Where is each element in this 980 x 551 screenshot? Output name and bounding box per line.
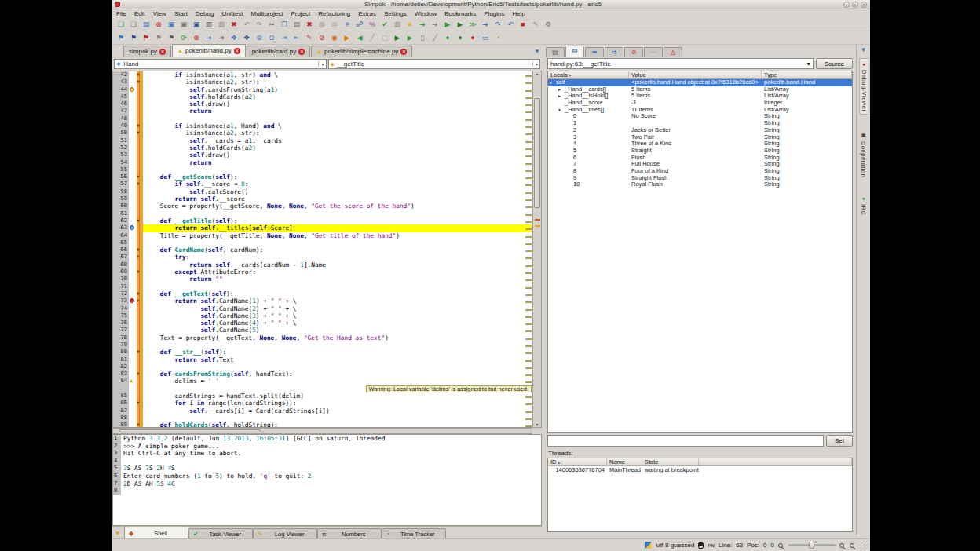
code-line[interactable]: 53 ✕✕✕▲ ▼ self.draw() — [113, 151, 532, 159]
locals-row[interactable]: 9 Straight Flush String — [548, 175, 852, 182]
code-line[interactable]: 50 ✕✕✕▲ ▼ isinstance(a2, str): — [113, 130, 532, 137]
break-enable-icon[interactable]: ◉ — [329, 32, 340, 43]
breakpoint-margin[interactable]: ✕✕✕▲ — [129, 108, 137, 115]
save-as-icon[interactable]: ▣ — [178, 19, 189, 30]
code-line[interactable]: 44 ✕✕✕▲ ▼ self.cardsFromString(a1) — [113, 86, 532, 93]
breakpoint-margin[interactable]: ✕✕✕▲ — [129, 305, 137, 312]
line-number[interactable]: 79 — [113, 341, 129, 348]
replace-icon[interactable]: ◎ — [329, 19, 340, 30]
breakpoint-margin[interactable]: ✕✕✕▲ — [129, 78, 137, 86]
scroll-up-icon[interactable]: ▲ — [533, 71, 541, 76]
line-number[interactable]: 80 — [113, 348, 129, 356]
code-line[interactable]: 52 ✕✕✕▲ ▼ self.holdCards(a2) — [113, 144, 532, 151]
fold-margin[interactable]: ▼ — [137, 71, 143, 78]
scroll-down-icon[interactable]: ▼ — [533, 422, 541, 427]
clock-icon[interactable]: ◔ — [492, 32, 503, 43]
editor-tab[interactable]: ▲ pokerlib/hand.py ✕ — [172, 44, 246, 57]
break-disable-icon[interactable]: ⊘ — [316, 32, 327, 43]
locals-row[interactable]: 1 String — [548, 120, 852, 127]
tab-time-tracker[interactable]: ◔ Time Tracker — [382, 528, 446, 538]
refresh-icon[interactable]: ⟳ — [178, 32, 189, 43]
line-number[interactable]: 48 — [113, 115, 129, 122]
threads-header-name[interactable]: Name — [607, 458, 642, 465]
menu-item[interactable]: Extras — [354, 10, 380, 17]
spell-check-icon[interactable]: ✔ — [379, 19, 390, 30]
stop-debug-icon[interactable]: ■ — [517, 19, 528, 30]
breakpoint-margin[interactable]: ✕✕✕▲ — [129, 210, 137, 217]
line-number[interactable]: 50 — [113, 130, 129, 137]
menu-item[interactable]: Multiproject — [247, 10, 287, 17]
fold-margin[interactable]: ▼ — [137, 188, 143, 195]
chevron-down-icon[interactable]: ▾ — [532, 61, 538, 67]
code-line[interactable]: 88 ✕✕✕▲ ▼ — [113, 414, 532, 421]
code-line[interactable]: 72 ✕✕✕▲ ▼ def __getText(self): — [113, 290, 532, 297]
code-line[interactable]: 42 ✕✕✕▲ ▼ if isinstance(a1, str) and \ — [113, 71, 532, 78]
fold-margin[interactable]: ▼ — [137, 246, 143, 254]
fold-margin[interactable]: ▼ — [137, 421, 143, 428]
breakpoint-margin[interactable]: ✕✕✕▲ — [129, 195, 137, 203]
breakpoint-margin[interactable]: ✕✕✕▲ — [129, 276, 137, 283]
locals-header-value[interactable]: Value — [629, 71, 762, 78]
scrollbar-thumb[interactable] — [119, 429, 261, 432]
auto-spell-icon[interactable]: ▥ — [392, 19, 403, 30]
code-line[interactable]: 47 ✕✕✕▲ ▼ return — [113, 108, 532, 115]
step-out-icon[interactable]: ↶ — [505, 19, 516, 30]
breakpoint-margin[interactable]: ✕✕✕▲ — [129, 93, 137, 100]
breakpoint-margin[interactable]: ✕✕✕▲ — [129, 203, 137, 210]
close-tab-icon[interactable]: ✕ — [298, 49, 305, 55]
line-number[interactable]: 71 — [113, 283, 129, 290]
fold-margin[interactable]: ▼ — [137, 203, 143, 210]
code-line[interactable]: 77 ✕✕✕▲ ▼ self.CardName(5) — [113, 327, 532, 334]
bookmark-toggle-icon[interactable]: ⚑ — [115, 32, 126, 43]
breakpoint-margin[interactable]: ✕✕✕▲ — [129, 261, 137, 268]
fold-margin[interactable]: ▼ — [137, 78, 143, 86]
code-line[interactable]: 70 ✕✕✕▲ ▼ return "" — [113, 276, 532, 283]
next-error-icon[interactable]: ▶ — [342, 32, 353, 43]
locals-table[interactable]: Locals▾ Value Type ▾self <pokerlib.hand.… — [547, 71, 853, 433]
globals-tab[interactable]: ▤ — [546, 47, 565, 57]
breakpoint-margin[interactable]: ✕✕✕▲ — [129, 348, 137, 356]
menu-item[interactable]: Edit — [130, 10, 149, 17]
line-number[interactable]: 55 — [113, 166, 129, 173]
fold-margin[interactable]: ▼ — [137, 407, 143, 414]
goto-ref-icon[interactable]: ➜ — [216, 32, 227, 43]
fold-margin[interactable]: ▼ — [137, 115, 143, 122]
fold-margin[interactable]: ▼ — [137, 93, 143, 100]
pretty-print-icon[interactable]: ✎ — [304, 32, 315, 43]
profile-icon[interactable]: ✎ — [530, 19, 541, 30]
fold-margin[interactable]: ▼ — [137, 319, 143, 327]
set-button[interactable]: Set — [826, 435, 853, 447]
shell-line[interactable]: 1 Python 3.3.2 (default, Jun 13 2013, 16… — [113, 435, 541, 443]
menu-item[interactable]: Start — [170, 10, 192, 17]
shell-line[interactable]: 4 — [113, 458, 541, 465]
line-number[interactable]: 42 — [113, 71, 129, 78]
line-number[interactable]: 63 — [113, 224, 129, 232]
locals-row[interactable]: _Hand__score -1 Integer — [548, 100, 852, 107]
fold-margin[interactable]: ▼ — [137, 181, 143, 188]
line-number[interactable] — [113, 385, 129, 392]
new-file-icon[interactable]: ❏ — [128, 19, 139, 30]
line-number[interactable]: 67 — [113, 254, 129, 261]
indent-icon[interactable]: ⇥ — [279, 32, 290, 43]
source-button[interactable]: Source — [816, 58, 853, 69]
line-number[interactable]: 64 — [113, 232, 129, 239]
run-prev-icon[interactable]: ➜ — [430, 19, 441, 30]
breakpoint-margin[interactable]: ✕✕✕▲ — [129, 188, 137, 195]
line-number[interactable]: 69 — [113, 268, 129, 276]
code-line[interactable]: 65 ✕✕✕▲ ▼ — [113, 239, 532, 246]
code-line[interactable]: 61 ✕✕✕▲ ▼ — [113, 210, 532, 217]
locals-row[interactable]: 2 Jacks or Better String — [548, 127, 852, 134]
line-number[interactable]: 45 — [113, 93, 129, 100]
line-number[interactable]: 86 — [113, 400, 129, 407]
tab-shell[interactable]: ◆ Shell — [124, 527, 188, 538]
line-number[interactable]: 83 — [113, 370, 129, 378]
code-line[interactable]: 75 ✕✕✕▲ ▼ self.CardName(3) + " " + \ — [113, 312, 532, 319]
line-number[interactable]: 65 — [113, 239, 129, 246]
goto-brace-icon[interactable]: ☍ — [354, 19, 365, 30]
breakpoint-margin[interactable]: ✕✕✕▲ — [129, 71, 137, 78]
breakpoint-margin[interactable]: ✕✕✕▲ — [129, 312, 137, 319]
breakpoint-margin[interactable]: ✕✕✕▲ — [129, 327, 137, 334]
tree-expand-icon[interactable]: ▸ — [558, 86, 565, 93]
breakpoint-margin[interactable]: ✕✕✕▲ — [129, 356, 137, 363]
breakpoints-tab[interactable]: ⊘ — [624, 47, 643, 57]
